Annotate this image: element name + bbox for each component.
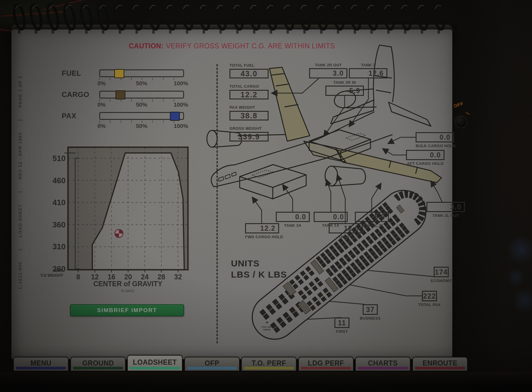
svg-text:460: 460 [53, 176, 66, 185]
panel-knob-tick [466, 112, 469, 115]
business-callout: 37 BUSINESS [363, 304, 378, 315]
meta-page-number: PAGE 1 OF 1 [17, 75, 23, 108]
tank-1-value: 12.6 [329, 223, 363, 233]
tick-label-50: 50% [136, 80, 147, 87]
avionics-glow [496, 234, 532, 312]
cargo-slider-ticks [99, 99, 184, 102]
cargo-slider-handle[interactable] [115, 90, 125, 99]
fuel-slider[interactable] [99, 69, 184, 77]
svg-text:410: 410 [53, 198, 66, 207]
tab-charts[interactable]: CHARTS [355, 357, 411, 371]
fuel-slider-label: FUEL [62, 69, 81, 77]
cg-envelope-chart: 8121620242832510460410360310260lbx1000MA… [30, 126, 204, 300]
fwd-cargo-hold-callout: 12.2 FWD CARGO HOLD [245, 223, 283, 239]
panel-off-label: OFF [453, 101, 464, 108]
gross-weight-value: 339.9 [229, 132, 269, 141]
meta-revision: REV 12 - APR 1983 [17, 132, 23, 179]
tab-color-bar [130, 367, 180, 369]
tab-menu[interactable]: MENU [13, 357, 69, 371]
gross-weight-display: GROSS WEIGHT 339.9 [229, 126, 269, 141]
units-note: UNITS LBS / K LBS [231, 258, 287, 280]
svg-text:CENTER of GRAVITY: CENTER of GRAVITY [93, 280, 162, 288]
total-fuel-value: 43.0 [229, 69, 269, 78]
total-cargo-display: TOTAL CARGO 12.2 [229, 84, 269, 99]
tab-color-bar [358, 367, 408, 369]
caution-banner: CAUTION:VERIFY GROSS WEIGHT C.G. ARE WIT… [11, 42, 452, 50]
simbrief-import-button[interactable]: SIMBRIEF IMPORT [70, 304, 184, 316]
pax-weight-label: PAX WEIGHT [229, 105, 269, 110]
tank-3-value: 12.6 [349, 68, 387, 78]
tab-enroute[interactable]: ENROUTE [412, 357, 468, 371]
pax-slider-ticks [99, 120, 184, 123]
tab-ofp[interactable]: OFP [184, 357, 240, 371]
tab-color-bar [301, 367, 351, 369]
svg-text:MAX: MAX [54, 268, 63, 273]
svg-text:360: 360 [53, 220, 66, 229]
meta-separator: | [17, 191, 23, 193]
fwd-cargo-hold-value: 12.2 [245, 223, 279, 233]
tank-2l-in-value: 5.9 [355, 212, 389, 222]
pax-slider-label: PAX [62, 112, 76, 120]
first-callout: 11 FIRST [334, 318, 349, 328]
fuel-slider-handle[interactable] [114, 69, 124, 78]
svg-text:310: 310 [53, 242, 66, 251]
page-meta: L-1011-500 | LOAD SHEET | REV 12 - APR 1… [17, 70, 23, 289]
tank-1-callout: 12.6 TANK 1 [329, 223, 363, 239]
svg-text:8: 8 [76, 273, 80, 281]
pax-slider-handle[interactable] [170, 112, 180, 121]
economy-callout: 174 ECONOMY [434, 267, 449, 277]
meta-separator: | [17, 119, 23, 121]
business-count: 37 [363, 304, 378, 315]
gross-weight-label: GROSS WEIGHT [229, 126, 269, 131]
tab-to-perf[interactable]: T.O. PERF [241, 357, 297, 371]
tank-1a-value: 0.0 [314, 212, 348, 222]
svg-text:T.O WEIGHT: T.O WEIGHT [40, 273, 63, 278]
economy-count: 174 [434, 267, 449, 277]
tank-3a-value: 0.0 [276, 212, 310, 222]
tank-3-callout: TANK 3 12.6 [349, 63, 387, 78]
first-count: 11 [334, 318, 349, 328]
tank-2l-out-callout: 3.0 TANK 2L OUT [426, 202, 465, 218]
panel-knob [455, 116, 467, 128]
meta-separator: | [17, 249, 23, 251]
caution-prefix: CAUTION: [129, 42, 164, 50]
tick-label-0: 0% [97, 102, 106, 108]
bulk-cargo-hold-value: 0.0 [416, 132, 454, 142]
tank-2r-out-value: 3.0 [309, 68, 347, 78]
tick-label-100: 100% [174, 102, 188, 108]
total-pax-count: 222 [422, 291, 437, 301]
pax-slider[interactable] [99, 112, 184, 120]
total-cargo-value: 12.2 [229, 90, 269, 99]
tank-2r-in-callout: TANK 2R IN 5.9 [325, 80, 364, 96]
tab-color-bar [244, 367, 294, 369]
svg-text:32: 32 [174, 273, 182, 281]
total-pax-callout: 222 TOTAL PAX [422, 291, 437, 301]
tab-color-bar [73, 367, 123, 369]
tab-ground[interactable]: GROUND [70, 357, 126, 371]
glareshield-shadow [0, 372, 532, 392]
aft-cargo-hold-value: 0.0 [406, 150, 444, 160]
tank-2r-in-value: 5.9 [325, 86, 364, 96]
total-cargo-label: TOTAL CARGO [229, 84, 269, 89]
cargo-slider[interactable] [99, 91, 184, 99]
tick-label-100: 100% [174, 80, 188, 87]
tick-label-0: 0% [97, 80, 106, 87]
meta-doc-type: LOAD SHEET [17, 204, 23, 237]
units-title: UNITS [231, 258, 287, 269]
tab-color-bar [415, 367, 465, 369]
pax-weight-display: PAX WEIGHT 38.8 [229, 105, 269, 120]
units-value: LBS / K LBS [231, 269, 287, 280]
svg-text:% MAC: % MAC [121, 289, 135, 293]
cargo-slider-label: CARGO [62, 91, 89, 99]
tab-loadsheet[interactable]: LOADSHEET [127, 355, 183, 371]
caution-text: VERIFY GROSS WEIGHT C.G. ARE WITHIN LIMI… [166, 42, 335, 50]
aft-cargo-hold-callout: 0.0 AFT CARGO HOLD [406, 150, 444, 166]
efb-loadsheet-screen: OFF [0, 0, 532, 392]
bulk-cargo-hold-callout: 0.0 BULK CARGO HOLD [416, 132, 456, 148]
tab-ldg-perf[interactable]: LDG PERF [298, 357, 354, 371]
floor-marking [43, 0, 93, 11]
total-fuel-label: TOTAL FUEL [229, 63, 269, 68]
tank-2l-out-value: 3.0 [426, 202, 465, 212]
tick-label-50: 50% [136, 102, 147, 108]
tab-color-bar [16, 367, 66, 369]
